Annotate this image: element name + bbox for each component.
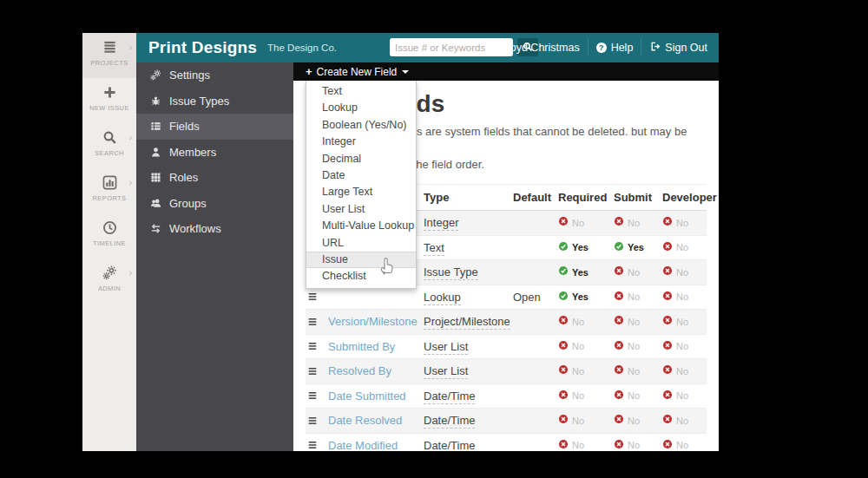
field-required-cell: Yes <box>558 291 614 304</box>
dropdown-item-user-list[interactable]: User List <box>306 201 416 218</box>
admin-sidebar: SettingsIssue TypesFieldsMembersRolesGro… <box>136 62 293 451</box>
drag-handle-icon[interactable] <box>306 440 328 450</box>
status-badge: Yes <box>558 241 589 254</box>
user-icon <box>149 147 162 158</box>
no-icon <box>662 216 673 229</box>
status-label: No <box>572 218 584 228</box>
field-submit-cell: No <box>614 291 662 304</box>
drag-handle-icon[interactable] <box>306 366 328 377</box>
help-label: Help <box>611 42 634 54</box>
sidebar-item-new-issue[interactable]: NEW ISSUE <box>82 78 136 123</box>
status-label: No <box>676 366 688 377</box>
drag-handle-icon[interactable] <box>306 317 328 327</box>
dropdown-item-integer[interactable]: Integer <box>306 134 416 150</box>
field-type-cell: Text <box>424 241 513 254</box>
field-developer-cell: No <box>662 291 707 304</box>
status-label: No <box>628 390 640 401</box>
admin-menu-item-groups[interactable]: Groups <box>136 191 293 217</box>
admin-menu-item-members[interactable]: Members <box>136 140 293 166</box>
app-window: PROJECTS›NEW ISSUESEARCH›REPORTS›TIMELIN… <box>82 33 719 451</box>
field-type-cell: Issue Type <box>424 265 513 278</box>
drag-handle-icon[interactable] <box>306 341 328 351</box>
sidebar-item-label: PROJECTS <box>90 59 128 67</box>
admin-menu-item-issue-types[interactable]: Issue Types <box>136 88 293 115</box>
dropdown-item-large-text[interactable]: Large Text <box>306 184 416 200</box>
admin-menu-label: Members <box>169 146 216 159</box>
drag-handle-icon[interactable] <box>306 416 328 426</box>
dropdown-item-checklist[interactable]: Checklist <box>306 268 416 285</box>
admin-menu-label: Roles <box>169 171 198 184</box>
dropdown-item-decimal[interactable]: Decimal <box>306 151 416 167</box>
field-type-value: User List <box>424 340 468 355</box>
no-icon <box>614 414 624 427</box>
no-icon <box>614 265 624 278</box>
admin-menu-item-workflows[interactable]: Workflows <box>136 216 293 242</box>
field-name-link[interactable]: Resolved By <box>328 364 391 377</box>
status-badge: No <box>558 315 584 328</box>
dropdown-item-lookup[interactable]: Lookup <box>306 100 416 116</box>
field-developer-cell: No <box>662 340 707 353</box>
dropdown-item-issue[interactable]: Issue <box>306 252 416 268</box>
create-new-field-button[interactable]: + Create New Field <box>306 65 409 78</box>
plus-icon: + <box>306 65 312 78</box>
sign-out-icon <box>649 41 661 55</box>
field-name-link[interactable]: Submitted By <box>328 340 395 353</box>
field-type-cell: Date/Time <box>424 414 513 427</box>
field-developer-cell: No <box>662 364 707 377</box>
status-label: No <box>628 218 640 228</box>
cogs-icon <box>149 69 162 81</box>
dropdown-item-boolean-yes-no[interactable]: Boolean (Yes/No) <box>306 117 416 134</box>
status-label: No <box>676 341 688 351</box>
drag-handle-icon[interactable] <box>306 291 328 302</box>
status-label: No <box>676 440 688 450</box>
dropdown-item-multi-value-lookup[interactable]: Multi-Value Lookup <box>306 218 416 234</box>
sidebar-item-reports[interactable]: REPORTS› <box>82 168 136 213</box>
sidebar-item-search[interactable]: SEARCH› <box>82 123 136 168</box>
admin-menu-item-roles[interactable]: Roles <box>136 165 293 191</box>
admin-menu-item-settings[interactable]: Settings <box>136 62 293 88</box>
sidebar-item-label: REPORTS <box>93 194 127 202</box>
field-type-value: Project/Milestone <box>424 315 510 330</box>
status-badge: No <box>558 390 584 403</box>
brand-title[interactable]: Print Designs <box>148 38 257 57</box>
status-badge: No <box>614 414 640 427</box>
column-header-developer: Developer <box>662 191 707 204</box>
field-name-link[interactable]: Date Modified <box>328 439 398 451</box>
status-badge: No <box>614 216 640 229</box>
admin-menu-label: Settings <box>169 69 210 82</box>
status-badge: No <box>614 291 640 304</box>
field-submit-cell: No <box>614 364 662 377</box>
field-name-link[interactable]: Version/Milestone <box>328 315 418 328</box>
column-header-default: Default <box>513 191 558 204</box>
status-badge: No <box>558 340 584 353</box>
dropdown-item-url[interactable]: URL <box>306 235 416 252</box>
no-icon <box>662 414 673 427</box>
user-menu[interactable]: Lloyd Christmas <box>479 39 588 56</box>
status-badge: No <box>614 364 640 377</box>
sidebar-item-admin[interactable]: ADMIN› <box>82 259 136 304</box>
sidebar-item-label: TIMELINE <box>93 239 126 247</box>
drag-handle-icon[interactable] <box>306 390 328 401</box>
field-submit-cell: No <box>614 439 662 451</box>
admin-menu-item-fields[interactable]: Fields <box>136 114 293 140</box>
status-label: No <box>628 341 640 351</box>
help-link[interactable]: ? Help <box>588 39 641 56</box>
grid-icon <box>149 172 162 183</box>
field-name-link[interactable]: Date Resolved <box>328 414 402 427</box>
field-name-cell: Date Submitted <box>328 390 424 403</box>
status-label: Yes <box>572 291 589 302</box>
field-submit-cell: No <box>614 390 662 403</box>
sidebar-item-projects[interactable]: PROJECTS› <box>82 33 136 78</box>
field-required-cell: No <box>558 439 614 451</box>
plus-icon <box>102 83 117 101</box>
sidebar-item-timeline[interactable]: TIMELINE <box>82 213 136 259</box>
sign-out-label: Sign Out <box>665 42 707 54</box>
create-field-dropdown: TextLookupBoolean (Yes/No)IntegerDecimal… <box>306 81 417 289</box>
dropdown-item-date[interactable]: Date <box>306 167 416 184</box>
dropdown-item-text[interactable]: Text <box>306 83 416 100</box>
no-icon <box>614 364 624 377</box>
field-name-link[interactable]: Date Submitted <box>328 390 406 403</box>
field-name-cell: Resolved By <box>328 364 424 377</box>
sign-out-link[interactable]: Sign Out <box>641 39 715 56</box>
chevron-right-icon: › <box>129 43 132 52</box>
